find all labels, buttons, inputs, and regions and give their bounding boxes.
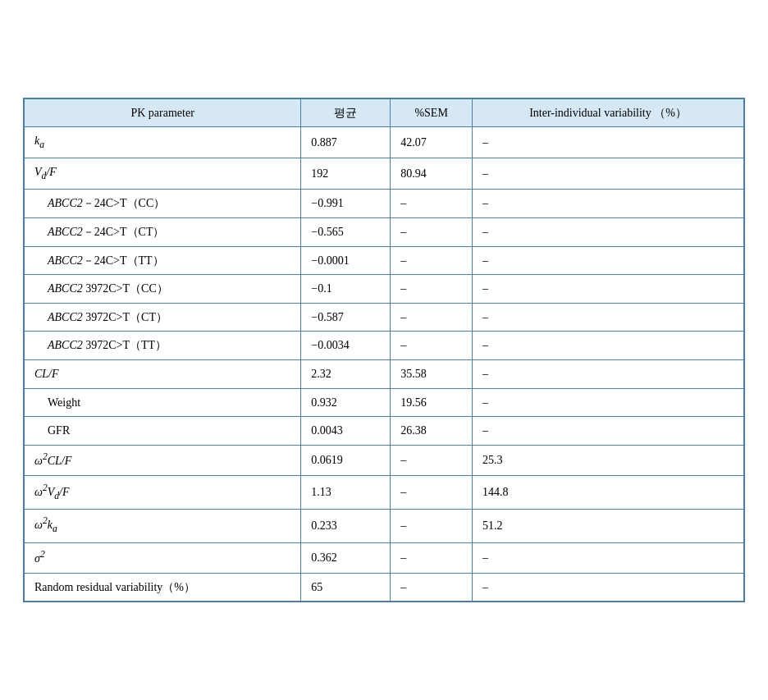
param-cell-omega2ka: ω2ka bbox=[25, 509, 301, 542]
mean-cell-abcc2-24ct-ct: −0.565 bbox=[301, 218, 391, 247]
iiv-cell-abcc2-3972ct-tt: – bbox=[473, 332, 744, 360]
iiv-cell-sigma2: – bbox=[473, 542, 744, 573]
table-row: ω2CL/F0.0619–25.3 bbox=[25, 445, 744, 475]
mean-cell-omega2ka: 0.233 bbox=[301, 509, 391, 542]
mean-cell-omega2vdf: 1.13 bbox=[301, 476, 391, 510]
sem-cell-weight: 19.56 bbox=[391, 388, 473, 417]
table-row: σ20.362–– bbox=[25, 542, 744, 573]
pk-parameters-table: PK parameter 평균 %SEM Inter-individual va… bbox=[24, 98, 744, 602]
mean-cell-sigma2: 0.362 bbox=[301, 542, 391, 573]
table-row: Weight0.93219.56– bbox=[25, 388, 744, 417]
param-cell-gfr: GFR bbox=[25, 417, 301, 446]
iiv-cell-abcc2-24ct-cc: – bbox=[473, 190, 744, 218]
sem-cell-omega2clf: – bbox=[391, 445, 473, 475]
iiv-cell-omega2vdf: 144.8 bbox=[473, 476, 744, 510]
sem-cell-abcc2-3972ct-cc: – bbox=[391, 275, 473, 304]
mean-cell-abcc2-3972ct-cc: −0.1 bbox=[301, 275, 391, 304]
sem-cell-ka: 42.07 bbox=[391, 127, 473, 158]
param-cell-abcc2-24ct-tt: ABCC2－24C>T（TT） bbox=[25, 246, 301, 275]
table-row: Vd/F19280.94– bbox=[25, 158, 744, 190]
param-cell-random: Random residual variability（%） bbox=[25, 573, 301, 602]
iiv-cell-gfr: – bbox=[473, 417, 744, 446]
sem-cell-abcc2-3972ct-tt: – bbox=[391, 332, 473, 360]
mean-cell-abcc2-24ct-tt: −0.0001 bbox=[301, 246, 391, 275]
sem-cell-omega2ka: – bbox=[391, 509, 473, 542]
iiv-cell-abcc2-24ct-tt: – bbox=[473, 246, 744, 275]
sem-cell-vdf: 80.94 bbox=[391, 158, 473, 190]
param-cell-ka: ka bbox=[25, 127, 301, 158]
sem-cell-abcc2-24ct-tt: – bbox=[391, 246, 473, 275]
table-row: ABCC2 3972C>T（CT）−0.587–– bbox=[25, 303, 744, 332]
table-header-row: PK parameter 평균 %SEM Inter-individual va… bbox=[25, 98, 744, 127]
table-row: Random residual variability（%）65–– bbox=[25, 573, 744, 602]
param-cell-weight: Weight bbox=[25, 388, 301, 417]
sem-cell-random: – bbox=[391, 573, 473, 602]
sem-cell-clf: 35.58 bbox=[391, 359, 473, 388]
table-row: ω2Vd/F1.13–144.8 bbox=[25, 476, 744, 510]
table-row: ABCC2 3972C>T（CC）−0.1–– bbox=[25, 275, 744, 304]
mean-cell-abcc2-24ct-cc: −0.991 bbox=[301, 190, 391, 218]
table-row: GFR0.004326.38– bbox=[25, 417, 744, 446]
table-row: ABCC2－24C>T（TT）−0.0001–– bbox=[25, 246, 744, 275]
mean-cell-ka: 0.887 bbox=[301, 127, 391, 158]
mean-cell-abcc2-3972ct-tt: −0.0034 bbox=[301, 332, 391, 360]
table-row: ka0.88742.07– bbox=[25, 127, 744, 158]
mean-cell-random: 65 bbox=[301, 573, 391, 602]
sem-cell-abcc2-3972ct-ct: – bbox=[391, 303, 473, 332]
param-cell-abcc2-24ct-ct: ABCC2－24C>T（CT） bbox=[25, 218, 301, 247]
table-row: ABCC2－24C>T（CT）−0.565–– bbox=[25, 218, 744, 247]
mean-cell-gfr: 0.0043 bbox=[301, 417, 391, 446]
iiv-cell-omega2ka: 51.2 bbox=[473, 509, 744, 542]
param-cell-sigma2: σ2 bbox=[25, 542, 301, 573]
col-pk-parameter: PK parameter bbox=[25, 98, 301, 127]
param-cell-omega2clf: ω2CL/F bbox=[25, 445, 301, 475]
iiv-cell-omega2clf: 25.3 bbox=[473, 445, 744, 475]
mean-cell-weight: 0.932 bbox=[301, 388, 391, 417]
iiv-cell-abcc2-3972ct-cc: – bbox=[473, 275, 744, 304]
col-mean: 평균 bbox=[301, 98, 391, 127]
param-cell-omega2vdf: ω2Vd/F bbox=[25, 476, 301, 510]
iiv-cell-abcc2-24ct-ct: – bbox=[473, 218, 744, 247]
table-row: ABCC2－24C>T（CC）−0.991–– bbox=[25, 190, 744, 218]
col-iiv: Inter-individual variability （%） bbox=[473, 98, 744, 127]
table-row: ω2ka0.233–51.2 bbox=[25, 509, 744, 542]
iiv-cell-random: – bbox=[473, 573, 744, 602]
table-row: CL/F2.3235.58– bbox=[25, 359, 744, 388]
mean-cell-vdf: 192 bbox=[301, 158, 391, 190]
iiv-cell-clf: – bbox=[473, 359, 744, 388]
sem-cell-sigma2: – bbox=[391, 542, 473, 573]
sem-cell-abcc2-24ct-ct: – bbox=[391, 218, 473, 247]
col-sem: %SEM bbox=[391, 98, 473, 127]
param-cell-abcc2-3972ct-cc: ABCC2 3972C>T（CC） bbox=[25, 275, 301, 304]
param-cell-clf: CL/F bbox=[25, 359, 301, 388]
iiv-cell-weight: – bbox=[473, 388, 744, 417]
param-cell-abcc2-3972ct-tt: ABCC2 3972C>T（TT） bbox=[25, 332, 301, 360]
sem-cell-omega2vdf: – bbox=[391, 476, 473, 510]
mean-cell-abcc2-3972ct-ct: −0.587 bbox=[301, 303, 391, 332]
param-cell-abcc2-3972ct-ct: ABCC2 3972C>T（CT） bbox=[25, 303, 301, 332]
table-row: ABCC2 3972C>T（TT）−0.0034–– bbox=[25, 332, 744, 360]
param-cell-vdf: Vd/F bbox=[25, 158, 301, 190]
sem-cell-gfr: 26.38 bbox=[391, 417, 473, 446]
iiv-cell-vdf: – bbox=[473, 158, 744, 190]
mean-cell-omega2clf: 0.0619 bbox=[301, 445, 391, 475]
iiv-cell-abcc2-3972ct-ct: – bbox=[473, 303, 744, 332]
sem-cell-abcc2-24ct-cc: – bbox=[391, 190, 473, 218]
mean-cell-clf: 2.32 bbox=[301, 359, 391, 388]
param-cell-abcc2-24ct-cc: ABCC2－24C>T（CC） bbox=[25, 190, 301, 218]
iiv-cell-ka: – bbox=[473, 127, 744, 158]
